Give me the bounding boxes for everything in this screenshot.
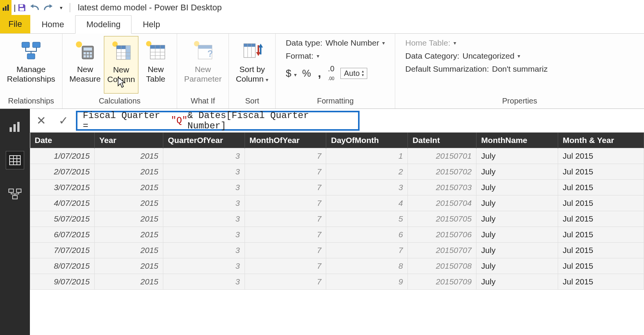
undo-icon[interactable] xyxy=(28,1,41,14)
cell[interactable]: 7/07/2015 xyxy=(30,243,95,258)
data-grid[interactable]: DateYearQuarterOfYearMonthOfYearDayOfMon… xyxy=(30,133,644,335)
cell[interactable]: 3 xyxy=(163,274,245,290)
table-row[interactable]: 5/07/2015201537520150705JulyJul 2015 xyxy=(30,211,644,227)
cell[interactable]: 4 xyxy=(326,195,408,211)
cell[interactable]: 6/07/2015 xyxy=(30,227,95,243)
cell[interactable]: 7 xyxy=(245,148,326,164)
format-dropdown[interactable]: Format: ▾ xyxy=(286,51,385,61)
new-parameter-button[interactable]: ? NewParameter xyxy=(181,36,225,94)
cell[interactable]: 2015 xyxy=(94,164,163,180)
column-header[interactable]: MonthName xyxy=(476,133,558,148)
cell[interactable]: July xyxy=(476,164,558,180)
model-view-button[interactable] xyxy=(6,185,24,203)
cell[interactable]: 7 xyxy=(245,164,326,180)
cell[interactable]: 2015 xyxy=(94,227,163,243)
cell[interactable]: Jul 2015 xyxy=(558,148,644,164)
cell[interactable]: 2015 xyxy=(94,274,163,290)
cell[interactable]: 7 xyxy=(245,180,326,195)
tab-home[interactable]: Home xyxy=(30,15,75,33)
commit-formula-button[interactable]: ✓ xyxy=(52,114,74,127)
qat-customize-icon[interactable]: ▾ xyxy=(54,1,67,14)
cell[interactable]: July xyxy=(476,148,558,164)
tab-modeling[interactable]: Modeling xyxy=(75,15,131,34)
new-table-button[interactable]: NewTable xyxy=(138,36,173,94)
cell[interactable]: 7 xyxy=(245,243,326,258)
cell[interactable]: 2015 xyxy=(94,180,163,195)
default-summarization-dropdown[interactable]: Default Summarization: Don't summariz xyxy=(405,64,634,74)
cell[interactable]: July xyxy=(476,258,558,274)
home-table-dropdown[interactable]: Home Table: ▾ xyxy=(405,38,634,48)
cell[interactable]: 5 xyxy=(326,211,408,227)
thousands-button[interactable]: , xyxy=(318,67,321,80)
data-type-dropdown[interactable]: Data type: Whole Number ▾ xyxy=(286,38,385,48)
formula-input[interactable]: Fiscal Quarter = "Q" & Dates[Fiscal Quar… xyxy=(76,111,360,131)
currency-button[interactable]: $ ▾ xyxy=(286,67,297,79)
table-row[interactable]: 4/07/2015201537420150704JulyJul 2015 xyxy=(30,195,644,211)
cell[interactable]: 2/07/2015 xyxy=(30,164,95,180)
cell[interactable]: 20150706 xyxy=(408,227,476,243)
table-row[interactable]: 2/07/2015201537220150702JulyJul 2015 xyxy=(30,164,644,180)
cell[interactable]: Jul 2015 xyxy=(558,180,644,195)
report-view-button[interactable] xyxy=(6,117,24,136)
cell[interactable]: 4/07/2015 xyxy=(30,195,95,211)
cell[interactable]: July xyxy=(476,274,558,290)
new-measure-button[interactable]: NewMeasure xyxy=(66,36,104,94)
table-row[interactable]: 9/07/2015201537920150709JulyJul 2015 xyxy=(30,274,644,290)
cell[interactable]: 3 xyxy=(163,148,245,164)
table-row[interactable]: 3/07/2015201537320150703JulyJul 2015 xyxy=(30,180,644,195)
table-row[interactable]: 8/07/2015201537820150708JulyJul 2015 xyxy=(30,258,644,274)
cell[interactable]: 20150701 xyxy=(408,148,476,164)
data-category-dropdown[interactable]: Data Category: Uncategorized ▾ xyxy=(405,51,634,61)
cell[interactable]: 6 xyxy=(326,227,408,243)
cell[interactable]: 7 xyxy=(245,211,326,227)
table-row[interactable]: 6/07/2015201537620150706JulyJul 2015 xyxy=(30,227,644,243)
cell[interactable]: 7 xyxy=(326,243,408,258)
cancel-formula-button[interactable]: ✕ xyxy=(30,114,52,127)
cell[interactable]: 20150709 xyxy=(408,274,476,290)
cell[interactable]: 3 xyxy=(163,195,245,211)
column-header[interactable]: Month & Year xyxy=(558,133,644,148)
cell[interactable]: 7 xyxy=(245,274,326,290)
column-header[interactable]: MonthOfYear xyxy=(245,133,326,148)
cell[interactable]: Jul 2015 xyxy=(558,227,644,243)
percent-button[interactable]: % xyxy=(302,67,311,79)
cell[interactable]: Jul 2015 xyxy=(558,243,644,258)
new-column-button[interactable]: NewColumn xyxy=(104,36,138,94)
cell[interactable]: 3/07/2015 xyxy=(30,180,95,195)
cell[interactable]: 20150707 xyxy=(408,243,476,258)
cell[interactable]: Jul 2015 xyxy=(558,211,644,227)
tab-file[interactable]: File xyxy=(0,15,30,33)
column-header[interactable]: DayOfMonth xyxy=(326,133,408,148)
cell[interactable]: 3 xyxy=(163,227,245,243)
cell[interactable]: July xyxy=(476,195,558,211)
cell[interactable]: July xyxy=(476,243,558,258)
cell[interactable]: 8/07/2015 xyxy=(30,258,95,274)
column-header[interactable]: DateInt xyxy=(408,133,476,148)
cell[interactable]: July xyxy=(476,227,558,243)
cell[interactable]: 2015 xyxy=(94,148,163,164)
cell[interactable]: 3 xyxy=(163,164,245,180)
cell[interactable]: 2 xyxy=(326,164,408,180)
cell[interactable]: Jul 2015 xyxy=(558,274,644,290)
cell[interactable]: 8 xyxy=(326,258,408,274)
cell[interactable]: 20150704 xyxy=(408,195,476,211)
cell[interactable]: 7 xyxy=(245,258,326,274)
cell[interactable]: 20150705 xyxy=(408,211,476,227)
data-view-button[interactable] xyxy=(6,151,24,169)
table-row[interactable]: 1/07/2015201537120150701JulyJul 2015 xyxy=(30,148,644,164)
table-row[interactable]: 7/07/2015201537720150707JulyJul 2015 xyxy=(30,243,644,258)
cell[interactable]: July xyxy=(476,211,558,227)
cell[interactable]: Jul 2015 xyxy=(558,258,644,274)
column-header[interactable]: Year xyxy=(94,133,163,148)
cell[interactable]: 9/07/2015 xyxy=(30,274,95,290)
cell[interactable]: 2015 xyxy=(94,258,163,274)
cell[interactable]: 20150703 xyxy=(408,180,476,195)
cell[interactable]: 3 xyxy=(326,180,408,195)
redo-icon[interactable] xyxy=(41,1,54,14)
manage-relationships-button[interactable]: ManageRelationships xyxy=(4,36,58,94)
sort-by-column-button[interactable]: Sort byColumn ▾ xyxy=(233,36,271,94)
cell[interactable]: 1/07/2015 xyxy=(30,148,95,164)
cell[interactable]: 3 xyxy=(163,180,245,195)
cell[interactable]: July xyxy=(476,180,558,195)
cell[interactable]: 2015 xyxy=(94,195,163,211)
